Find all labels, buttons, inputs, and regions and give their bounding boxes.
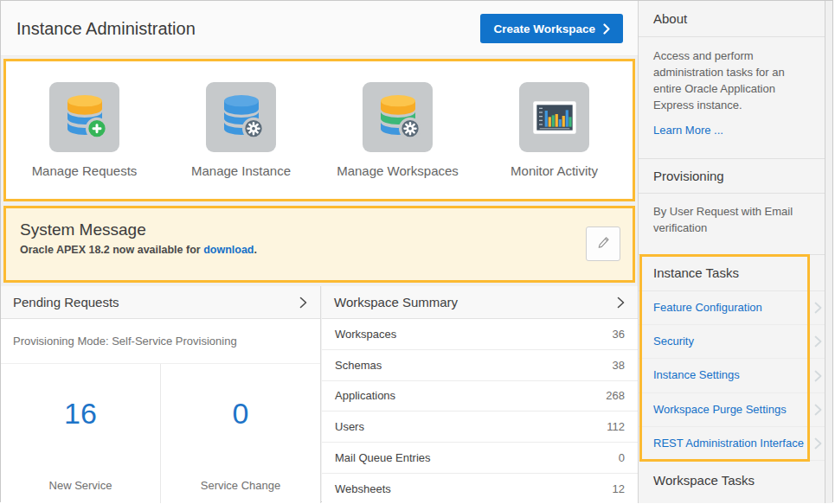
- pending-requests-stats: 16 New Service 0 Service Change: [1, 364, 320, 503]
- pending-requests-panel: Pending Requests Provisioning Mode: Self…: [1, 286, 321, 503]
- page-title: Instance Administration: [16, 18, 196, 38]
- table-row: Mail Queue Entries 0: [322, 443, 638, 474]
- chevron-right-icon: [813, 437, 823, 450]
- system-message-text: Oracle APEX 18.2 now available for downl…: [20, 244, 619, 256]
- vertical-scrollbar[interactable]: [825, 1, 832, 503]
- bar-chart-monitor-icon: [519, 82, 589, 152]
- pending-requests-header[interactable]: Pending Requests: [1, 286, 320, 319]
- create-workspace-button[interactable]: Create Workspace: [480, 14, 623, 43]
- about-section-body: Access and perform administration tasks …: [639, 37, 826, 159]
- download-link[interactable]: download: [203, 244, 254, 256]
- new-service-stat: 16 New Service: [1, 364, 161, 503]
- instance-administration-page: Instance Administration Create Workspace: [0, 0, 833, 502]
- create-workspace-label: Create Workspace: [493, 22, 595, 35]
- chevron-right-icon: [813, 369, 823, 383]
- table-row: Websheets 12: [322, 474, 638, 504]
- pencil-icon: [596, 235, 611, 252]
- learn-more-link[interactable]: Learn More ...: [653, 124, 723, 137]
- manage-instance-card[interactable]: Manage Instance: [163, 82, 319, 178]
- table-row: Users 112: [322, 411, 638, 443]
- chevron-right-icon: [603, 23, 610, 35]
- security-link[interactable]: Security: [639, 325, 826, 359]
- pending-requests-title: Pending Requests: [13, 295, 119, 309]
- about-text: Access and perform administration tasks …: [653, 48, 812, 113]
- workspace-purge-settings-link[interactable]: Workspace Purge Settings: [639, 393, 826, 427]
- workspace-tasks-title: Workspace Tasks: [639, 461, 826, 501]
- provisioning-section-title: Provisioning: [639, 159, 826, 194]
- instance-tasks-title: Instance Tasks: [639, 255, 826, 291]
- right-sidebar: About Access and perform administration …: [638, 1, 826, 503]
- quick-actions-region: Manage Requests: [3, 59, 635, 201]
- workspace-summary-panel: Workspace Summary Workspaces 36 Schemas …: [322, 286, 638, 503]
- service-change-count[interactable]: 0: [161, 397, 320, 431]
- table-row: Workspaces 36: [322, 319, 638, 350]
- database-stack-gear-icon: [363, 82, 433, 152]
- manage-requests-label: Manage Requests: [32, 163, 138, 178]
- instance-tasks-section: Instance Tasks Feature Configuration Sec…: [639, 255, 826, 461]
- table-row: Applications 268: [322, 381, 638, 412]
- manage-requests-card[interactable]: Manage Requests: [6, 82, 163, 178]
- monitor-activity-card[interactable]: Monitor Activity: [476, 82, 633, 178]
- rest-administration-interface-link[interactable]: REST Administration Interface: [639, 427, 826, 461]
- about-section-title: About: [639, 1, 826, 37]
- manage-workspaces-card[interactable]: Manage Workspaces: [319, 82, 476, 178]
- new-service-count[interactable]: 16: [1, 397, 160, 431]
- edit-system-message-button[interactable]: [586, 226, 620, 261]
- chevron-right-icon: [813, 403, 823, 417]
- database-gear-icon: [206, 82, 276, 152]
- chevron-right-icon: [813, 335, 823, 348]
- workspace-summary-header[interactable]: Workspace Summary: [322, 286, 638, 319]
- table-row: Schemas 38: [322, 350, 638, 381]
- service-change-stat: 0 Service Change: [161, 364, 320, 503]
- system-message-title: System Message: [20, 220, 619, 239]
- feature-configuration-link[interactable]: Feature Configuration: [639, 291, 826, 325]
- chevron-right-icon[interactable]: [616, 296, 626, 309]
- manage-instance-label: Manage Instance: [191, 163, 291, 178]
- workspace-summary-title: Workspace Summary: [334, 295, 458, 309]
- monitor-activity-label: Monitor Activity: [511, 163, 598, 178]
- provisioning-text: By User Request with Email verification: [639, 194, 826, 255]
- database-add-icon: [49, 82, 119, 152]
- provisioning-mode-text: Provisioning Mode: Self-Service Provisio…: [1, 319, 320, 364]
- system-message-region: System Message Oracle APEX 18.2 now avai…: [3, 206, 635, 283]
- new-service-label: New Service: [1, 479, 160, 492]
- chevron-right-icon: [813, 301, 823, 315]
- chevron-right-icon[interactable]: [299, 296, 308, 309]
- page-header: Instance Administration Create Workspace: [1, 1, 638, 56]
- instance-settings-link[interactable]: Instance Settings: [639, 359, 826, 392]
- manage-workspaces-label: Manage Workspaces: [337, 163, 459, 178]
- service-change-label: Service Change: [161, 479, 320, 492]
- main-content: Instance Administration Create Workspace: [1, 1, 638, 503]
